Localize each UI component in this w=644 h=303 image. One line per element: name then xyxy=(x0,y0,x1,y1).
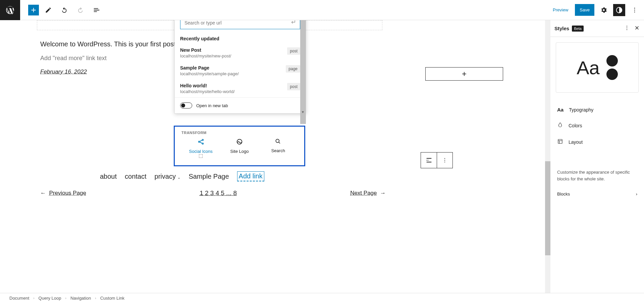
submit-icon[interactable]: ↵ xyxy=(291,20,296,26)
suggestion-type-badge: post xyxy=(287,83,300,90)
transform-site-logo[interactable]: Site Logo xyxy=(223,138,256,154)
svg-point-9 xyxy=(444,158,445,159)
svg-point-5 xyxy=(202,139,203,141)
transform-search[interactable]: Search xyxy=(261,138,295,154)
pagination-block: ← Previous Page 1 2 3 4 5 ... 8 Next Pag… xyxy=(40,189,386,197)
previous-page-link[interactable]: Previous Page xyxy=(49,190,86,196)
layout-option[interactable]: Layout xyxy=(550,134,644,150)
svg-point-12 xyxy=(627,26,627,27)
suggestion-type-badge: page xyxy=(286,65,300,73)
suggestion-url: localhost/mysite/hello-world/ xyxy=(180,89,235,94)
add-link-button[interactable]: Add link xyxy=(237,171,264,181)
sidebar-scrollbar[interactable] xyxy=(545,20,550,293)
layout-icon xyxy=(557,138,563,145)
svg-rect-15 xyxy=(558,139,562,143)
preview-link[interactable]: Preview xyxy=(549,5,572,15)
link-suggestion[interactable]: Sample Page localhost/mysite/sample-page… xyxy=(175,62,306,80)
editor-canvas[interactable]: Welcome to WordPress. This is your first… xyxy=(0,20,550,293)
styles-toggle-button[interactable] xyxy=(613,4,625,16)
justify-icon[interactable] xyxy=(421,152,437,168)
suggestion-title: Hello world! xyxy=(180,83,235,88)
add-block-button[interactable]: + xyxy=(425,67,503,81)
link-suggestion[interactable]: New Post localhost/mysite/new-post/ post xyxy=(175,44,306,62)
colors-option[interactable]: Colors xyxy=(550,117,644,134)
typography-preview: Aa xyxy=(577,57,600,79)
blocks-description: Customize the appearance of specific blo… xyxy=(550,164,644,187)
link-popover: ▲ ▼ ↵ Recently updated New Post localhos… xyxy=(174,20,306,114)
svg-point-14 xyxy=(627,29,627,30)
close-icon[interactable] xyxy=(634,25,640,32)
breadcrumb: Document › Query Loop › Navigation › Cus… xyxy=(0,293,644,303)
chevron-right-icon: › xyxy=(65,296,66,300)
popover-scrollbar[interactable]: ▲ ▼ xyxy=(300,20,306,113)
list-view-icon[interactable] xyxy=(90,3,103,17)
breadcrumb-item[interactable]: Custom Link xyxy=(100,296,124,301)
undo-icon[interactable] xyxy=(58,3,71,17)
suggestion-title: New Post xyxy=(180,47,231,53)
block-inserter-button[interactable] xyxy=(28,5,39,15)
wordpress-logo[interactable] xyxy=(0,0,20,20)
nav-item[interactable]: contact xyxy=(125,173,146,180)
nav-item[interactable]: about xyxy=(100,173,117,180)
breadcrumb-item[interactable]: Query Loop xyxy=(39,296,61,301)
arrow-left-icon: ← xyxy=(40,190,46,196)
svg-point-2 xyxy=(634,9,635,10)
chevron-right-icon: › xyxy=(33,296,34,300)
sidebar-title: Styles xyxy=(554,26,569,31)
transform-panel: TRANSFORM Social Icons Site Logo Search xyxy=(174,126,305,166)
blocks-button[interactable]: Blocks › xyxy=(550,187,644,201)
suggestion-url: localhost/mysite/sample-page/ xyxy=(180,71,239,76)
link-search-input[interactable] xyxy=(180,20,300,29)
link-suggestion[interactable]: Hello world! localhost/mysite/hello-worl… xyxy=(175,80,306,97)
open-new-tab-toggle[interactable] xyxy=(180,102,192,109)
typography-option[interactable]: Aa Typography xyxy=(550,102,644,117)
navigation-block[interactable]: about contact privacy ⌄ Sample Page Add … xyxy=(100,171,264,181)
chevron-right-icon: › xyxy=(95,296,96,300)
chevron-down-icon: ⌄ xyxy=(177,175,180,179)
next-page-link[interactable]: Next Page xyxy=(350,190,377,196)
breadcrumb-item[interactable]: Navigation xyxy=(70,296,91,301)
nav-item[interactable]: privacy ⌄ xyxy=(155,173,181,180)
more-icon[interactable] xyxy=(624,25,630,32)
svg-point-3 xyxy=(634,11,635,12)
settings-icon[interactable] xyxy=(597,3,610,17)
edit-icon[interactable] xyxy=(42,3,55,17)
color-swatch xyxy=(606,69,618,80)
svg-point-11 xyxy=(444,162,445,162)
arrow-right-icon: → xyxy=(380,190,386,196)
style-preview[interactable]: Aa xyxy=(556,42,639,93)
nav-item[interactable]: Sample Page xyxy=(189,173,229,180)
top-toolbar: Preview Save xyxy=(0,0,644,20)
chevron-right-icon: › xyxy=(636,191,637,197)
save-button[interactable]: Save xyxy=(575,4,594,16)
svg-point-8 xyxy=(276,139,279,142)
more-menu-icon[interactable] xyxy=(628,3,641,17)
drop-icon xyxy=(557,122,563,129)
suggestion-type-badge: post xyxy=(287,47,300,55)
svg-point-1 xyxy=(634,7,635,8)
suggestion-url: localhost/mysite/new-post/ xyxy=(180,53,231,58)
page-numbers[interactable]: 1 2 3 4 5 ... 8 xyxy=(200,189,237,197)
transform-label: TRANSFORM xyxy=(175,127,304,137)
suggestion-title: Sample Page xyxy=(180,65,239,71)
block-toolbar xyxy=(421,152,453,168)
transform-social-icons[interactable]: Social Icons xyxy=(184,138,218,154)
recently-updated-label: Recently updated xyxy=(175,33,306,44)
redo-icon[interactable] xyxy=(74,3,87,17)
beta-badge: Beta xyxy=(572,26,584,32)
svg-point-13 xyxy=(627,28,627,28)
open-new-tab-label: Open in new tab xyxy=(196,103,228,108)
options-icon[interactable] xyxy=(437,152,453,168)
svg-point-10 xyxy=(444,160,445,161)
breadcrumb-item[interactable]: Document xyxy=(9,296,29,301)
color-swatch xyxy=(606,55,618,67)
svg-point-4 xyxy=(198,141,200,142)
typography-icon: Aa xyxy=(557,107,564,113)
styles-sidebar: Styles Beta Aa Aa Typography Colors xyxy=(550,20,644,293)
svg-point-6 xyxy=(202,143,203,144)
